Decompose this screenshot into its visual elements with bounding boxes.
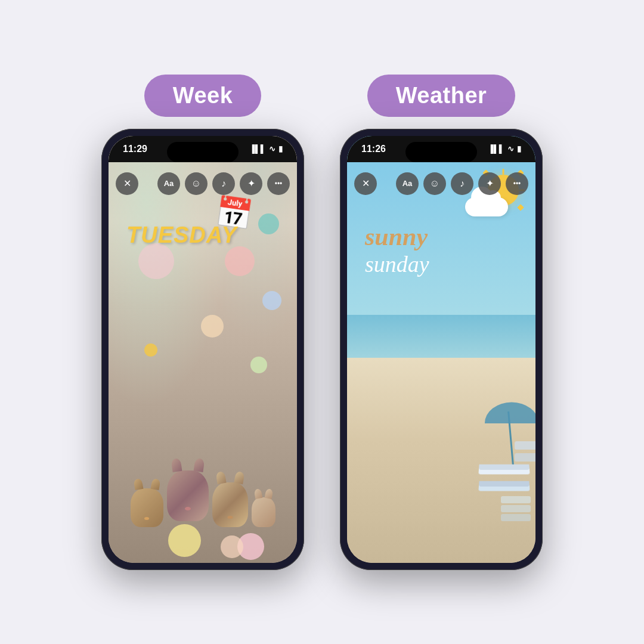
sunny-line2: sunday [365, 251, 429, 277]
kitten-left [131, 488, 163, 527]
balloon-5 [144, 343, 157, 357]
chair-bg-1 [515, 441, 535, 450]
floor-balloon-peach [221, 535, 243, 558]
music-button-left[interactable]: ♪ [212, 172, 235, 195]
toolbar-right-right: Aa ☺ ♪ ✦ ••• [396, 172, 528, 195]
tuesday-text: TUESDAY [126, 222, 237, 248]
signal-icon-right: ▐▌▌ [488, 144, 504, 153]
sunny-line1: sunny [365, 222, 429, 251]
balloon-teal [258, 213, 279, 234]
dynamic-island-left [167, 142, 239, 162]
chair-bg-2 [515, 453, 535, 462]
weather-label: Weather [367, 75, 516, 117]
floor-balloon-yellow [168, 524, 201, 557]
balloon-4 [250, 357, 267, 373]
main-container: Week 11:29 ▐▌▌ ∿ ▮ ✕ [0, 0, 644, 644]
week-section: Week 11:29 ▐▌▌ ∿ ▮ ✕ [101, 75, 304, 570]
close-button-right[interactable]: ✕ [354, 172, 377, 195]
wifi-icon-right: ∿ [507, 144, 514, 153]
more-button-right[interactable]: ••• [506, 172, 528, 195]
close-button-left[interactable]: ✕ [116, 172, 138, 195]
signal-icon-left: ▐▌▌ [249, 144, 266, 153]
kitten-center [167, 470, 209, 521]
week-phone-inner: 11:29 ▐▌▌ ∿ ▮ ✕ Aa ☺ ♪ ✦ ••• [109, 136, 297, 563]
kitten-far-right [252, 497, 275, 527]
toolbar-left: ✕ Aa ☺ ♪ ✦ ••• [109, 167, 297, 200]
effects-button-left[interactable]: ✦ [240, 172, 262, 195]
dynamic-island-right [405, 142, 477, 162]
text-button-left[interactable]: Aa [157, 172, 180, 195]
wifi-icon-left: ∿ [269, 144, 275, 153]
balloon-1 [225, 246, 255, 276]
sunny-text: sunny sunday [365, 222, 429, 277]
balloon-6 [138, 243, 174, 279]
battery-icon-right: ▮ [517, 144, 521, 153]
chair-1 [478, 464, 530, 474]
beach-chairs [479, 459, 530, 491]
toolbar-right-left: Aa ☺ ♪ ✦ ••• [157, 172, 290, 195]
emoji-button-right[interactable]: ☺ [423, 172, 446, 195]
music-button-right[interactable]: ♪ [451, 172, 473, 195]
chair-2 [478, 481, 530, 491]
toolbar-right: ✕ Aa ☺ ♪ ✦ ••• [347, 167, 535, 200]
week-phone-frame: 11:29 ▐▌▌ ∿ ▮ ✕ Aa ☺ ♪ ✦ ••• [101, 129, 304, 570]
week-label: Week [144, 75, 262, 117]
status-icons-right: ▐▌▌ ∿ ▮ [488, 144, 521, 153]
time-left: 11:29 [123, 144, 147, 154]
status-icons-left: ▐▌▌ ∿ ▮ [249, 144, 283, 153]
effects-button-right[interactable]: ✦ [478, 172, 501, 195]
battery-icon-left: ▮ [278, 144, 283, 153]
time-right: 11:26 [361, 144, 386, 154]
balloon-3 [201, 315, 224, 338]
kitten-right [212, 482, 248, 527]
weather-phone-frame: 11:26 ▐▌▌ ∿ ▮ ✕ Aa ☺ ♪ ✦ ••• [340, 129, 543, 570]
balloon-2 [262, 291, 281, 310]
weather-phone-inner: 11:26 ▐▌▌ ∿ ▮ ✕ Aa ☺ ♪ ✦ ••• [347, 136, 535, 563]
weather-section: Weather 11:26 ▐▌▌ ∿ ▮ ✕ [340, 75, 543, 570]
text-button-right[interactable]: Aa [396, 172, 419, 195]
more-button-left[interactable]: ••• [267, 172, 290, 195]
emoji-button-left[interactable]: ☺ [185, 172, 208, 195]
